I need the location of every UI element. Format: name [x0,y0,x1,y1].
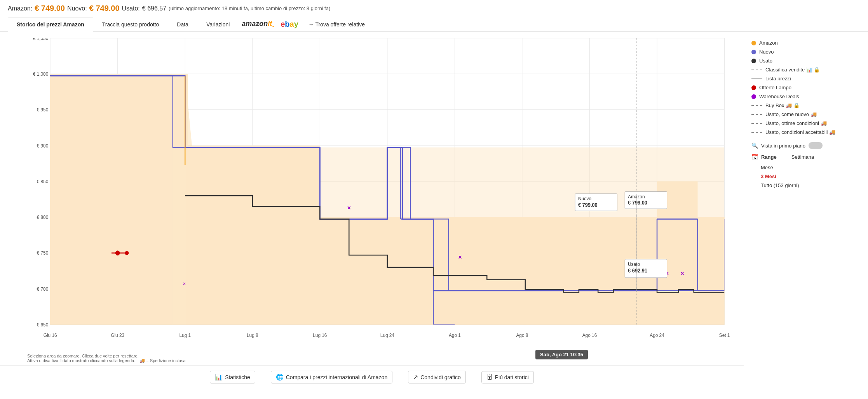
tab-variazioni[interactable]: Variazioni [197,17,239,31]
amazon-dot [751,41,756,45]
bottom-bar: 📊 Statistiche 🌐 Compara i prezzi interna… [0,365,744,389]
svg-text:€ 700: € 700 [37,286,49,292]
svg-text:Set 1: Set 1 [719,333,730,338]
tab-data[interactable]: Data [168,17,197,31]
svg-text:Ago 1: Ago 1 [449,333,461,338]
tre-mesi-button[interactable]: 3 Mesi [761,173,860,180]
tabs-bar: Storico dei prezzi Amazon Traccia questo… [0,17,868,32]
svg-text:€ 950: € 950 [37,107,49,113]
legend-usato-label: Usato [759,58,772,64]
legend-warehouse[interactable]: Warehouse Deals [751,94,860,99]
legend-usato-nuovo-label: Usato, come nuovo 🚚 [765,111,817,117]
svg-marker-47 [186,147,724,325]
compara-button[interactable]: 🌐 Compara i prezzi internazionali di Ama… [271,371,392,383]
globe-icon: 🌐 [276,373,284,381]
update-text: (ultimo aggiornamento: 18 minuti fa, ult… [169,5,330,11]
usato-nuovo-line [751,114,762,115]
svg-text:€ 900: € 900 [37,143,49,148]
amazon-logo[interactable]: amazonit~ [239,20,277,29]
legend-nuovo[interactable]: Nuovo [751,49,860,55]
svg-point-64 [125,251,129,255]
svg-text:Ago 8: Ago 8 [516,333,528,338]
tab-traccia[interactable]: Traccia questo prodotto [93,17,168,31]
share-icon: ↗ [413,373,418,381]
legend-nuovo-label: Nuovo [759,49,774,55]
svg-text:Lug 1: Lug 1 [179,333,191,338]
svg-text:Ago 24: Ago 24 [650,333,664,338]
svg-marker-45 [50,76,173,325]
legend-classifica-label: Classifica vendite 📊 🔒 [765,67,820,73]
svg-text:×: × [347,204,351,212]
search-icon: 🔍 [751,142,758,149]
legend-usato-ottime[interactable]: Usato, ottime condizioni 🚚 [751,120,860,126]
svg-text:Lug 24: Lug 24 [380,333,394,338]
vista-toggle[interactable] [809,142,823,149]
svg-text:€ 1,050: € 1,050 [33,38,49,41]
top-price-bar: Amazon: € 749.00 Nuovo: € 749.00 Usato: … [0,0,868,17]
svg-text:€ 799.00: € 799.00 [628,200,647,206]
legend-amazon-label: Amazon [759,40,778,46]
usato-dot [751,59,756,63]
nuovo-dot [751,50,756,54]
svg-text:Giu 23: Giu 23 [111,333,124,338]
range-label: Range [761,154,777,160]
calendar-icon: 📅 [751,154,758,160]
legend-usato[interactable]: Usato [751,58,860,64]
usato-ottime-line [751,123,762,124]
svg-text:€ 750: € 750 [37,250,49,256]
legend-usato-accettabili-label: Usato, condizioni accettabili 🚚 [765,129,835,135]
svg-text:€ 800: € 800 [37,215,49,220]
svg-text:Giu 16: Giu 16 [44,333,57,338]
piu-dati-button[interactable]: 🗄 Più dati storici [481,371,534,383]
buybox-line [751,105,762,106]
tab-storico[interactable]: Storico dei prezzi Amazon [8,17,93,32]
chart-area[interactable]: € 1,050 € 1,000 € 950 € 900 € 850 € 800 … [0,32,744,389]
warehouse-dot [751,94,756,99]
svg-text:Lug 8: Lug 8 [247,333,258,338]
nuovo-label: Nuovo: [67,5,87,12]
date-tooltip: Sab, Ago 21 10:35 [535,350,588,359]
price-chart: € 1,050 € 1,000 € 950 € 900 € 850 € 800 … [27,38,740,357]
svg-text:€ 692.91: € 692.91 [628,267,647,273]
amazon-price: € 749.00 [35,4,65,13]
legend-classifica[interactable]: Classifica vendite 📊 🔒 [751,67,860,73]
svg-text:Lug 16: Lug 16 [313,333,327,338]
legend-offerte-label: Offerte Lampo [759,85,791,90]
svg-text:Nuovo: Nuovo [578,196,591,201]
condividi-button[interactable]: ↗ Condividi grafico [408,371,466,383]
usato-price: € 696.57 [142,5,166,12]
svg-text:Usato: Usato [628,261,640,267]
mese-button[interactable]: Mese [761,164,860,171]
svg-text:€ 850: € 850 [37,179,49,184]
legend-area: Amazon Nuovo Usato Classifica vendite 📊 … [744,32,868,389]
legend-amazon[interactable]: Amazon [751,40,860,46]
listaprezzi-line [751,78,762,79]
legend-usato-come-nuovo[interactable]: Usato, come nuovo 🚚 [751,111,860,117]
legend-usato-accettabili[interactable]: Usato, condizioni accettabili 🚚 [751,129,860,135]
vista-label: Vista in primo piano [761,143,805,149]
svg-text:×: × [183,281,186,287]
statistiche-button[interactable]: 📊 Statistiche [210,371,255,383]
svg-text:€ 650: € 650 [37,322,49,327]
svg-text:€ 799.00: € 799.00 [578,202,598,208]
legend-lista-prezzi[interactable]: Lista prezzi [751,76,860,82]
legend-usato-ottime-label: Usato, ottime condizioni 🚚 [765,120,827,126]
chart-note: Seleziona area da zoomare. Clicca due vo… [27,354,186,363]
svg-text:Ago 16: Ago 16 [582,333,597,338]
legend-warehouse-label: Warehouse Deals [759,94,799,99]
legend-listaprezzi-label: Lista prezzi [765,76,791,82]
ebay-logo[interactable]: ebay [277,20,302,29]
tutto-button[interactable]: Tutto (153 giorni) [761,182,860,189]
legend-buybox[interactable]: Buy Box 🚚 🔒 [751,102,860,108]
legend-offerte-lampo[interactable]: Offerte Lampo [751,85,860,90]
svg-text:×: × [680,269,684,277]
settimana-btn[interactable]: Settimana [791,154,814,160]
classifica-line [751,69,762,70]
usato-accettabili-line [751,132,762,133]
nuovo-price: € 749.00 [89,4,120,13]
main-content: € 1,050 € 1,000 € 950 € 900 € 850 € 800 … [0,32,868,389]
trova-offerte-button[interactable]: → Trova offerte relative [305,20,368,29]
usato-label: Usato: [122,5,140,12]
legend-buybox-label: Buy Box 🚚 🔒 [765,102,800,108]
amazon-label: Amazon: [8,5,32,12]
